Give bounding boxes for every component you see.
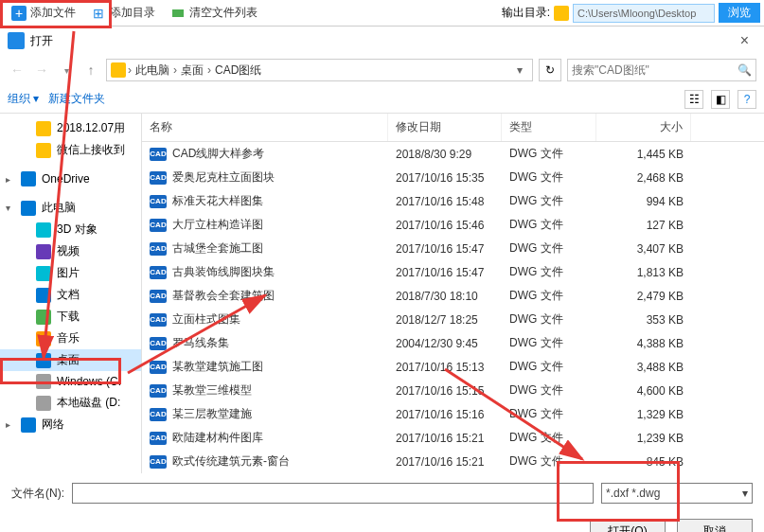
- column-type[interactable]: 类型: [502, 114, 596, 141]
- toolbar-row: 组织 ▾ 新建文件夹 ☷ ◧ ?: [0, 85, 764, 114]
- file-row[interactable]: CADCAD线脚大样参考2018/8/30 9:29DWG 文件1,445 KB: [142, 142, 764, 166]
- chevron-icon: ▾: [6, 203, 15, 213]
- add-file-label: 添加文件: [30, 5, 76, 21]
- add-dir-button[interactable]: ⊞ 添加目录: [83, 3, 163, 23]
- file-row[interactable]: CAD古城堡全套施工图2017/10/16 15:47DWG 文件3,407 K…: [142, 237, 764, 260]
- refresh-button[interactable]: ↻: [539, 59, 561, 81]
- browse-button[interactable]: 浏览: [719, 3, 760, 23]
- cad-file-icon: CAD: [150, 337, 167, 350]
- app-icon: [8, 32, 25, 49]
- file-row[interactable]: CAD标准天花大样图集2017/10/16 15:48DWG 文件994 KB: [142, 189, 764, 213]
- clear-list-label: 清空文件列表: [189, 5, 258, 21]
- file-date: 2017/10/16 15:21: [388, 453, 502, 470]
- sidebar-item-label: 2018.12.07用: [57, 120, 125, 136]
- file-row[interactable]: CAD某三层教堂建施2017/10/16 15:16DWG 文件1,329 KB: [142, 402, 764, 426]
- add-file-button[interactable]: + 添加文件: [4, 3, 83, 23]
- back-button[interactable]: ←: [8, 61, 27, 80]
- sidebar-item[interactable]: 文档: [0, 284, 141, 306]
- file-type: DWG 文件: [502, 239, 596, 258]
- breadcrumb-desktop[interactable]: 桌面: [179, 62, 205, 79]
- file-row[interactable]: CAD爱奥尼克柱立面图块2017/10/16 15:35DWG 文件2,468 …: [142, 166, 764, 189]
- file-name: 古城堡全套施工图: [172, 240, 263, 257]
- sidebar-item[interactable]: 视频: [0, 240, 141, 262]
- cancel-button[interactable]: 取消: [677, 519, 753, 532]
- file-row[interactable]: CAD立面柱式图集2018/12/7 18:25DWG 文件353 KB: [142, 308, 764, 331]
- recent-dropdown[interactable]: ▾: [57, 61, 76, 80]
- sidebar-item[interactable]: ▾此电脑: [0, 197, 141, 219]
- file-row[interactable]: CAD罗马线条集2004/12/30 9:45DWG 文件4,388 KB: [142, 331, 764, 355]
- sidebar-item-label: 桌面: [57, 352, 80, 368]
- file-row[interactable]: CAD某教堂建筑施工图2017/10/16 15:13DWG 文件3,488 K…: [142, 355, 764, 379]
- file-name: 标准天花大样图集: [172, 193, 263, 209]
- file-row[interactable]: CAD欧式传统建筑元素-窗台2017/10/16 15:21DWG 文件845 …: [142, 450, 764, 473]
- sidebar-item-label: 网络: [42, 417, 64, 433]
- cad-file-icon: CAD: [150, 195, 167, 208]
- file-row[interactable]: CAD某教堂三维模型2017/10/16 15:15DWG 文件4,600 KB: [142, 379, 764, 402]
- file-size: 1,445 KB: [596, 146, 691, 163]
- forward-button[interactable]: →: [32, 61, 51, 80]
- column-name[interactable]: 名称: [142, 114, 388, 141]
- close-button[interactable]: ×: [733, 32, 756, 49]
- file-row[interactable]: CAD欧陆建材构件图库2017/10/16 15:21DWG 文件1,239 K…: [142, 426, 764, 450]
- sidebar-item[interactable]: 本地磁盘 (D:: [0, 392, 141, 414]
- sidebar-item[interactable]: 桌面: [0, 349, 141, 371]
- search-box[interactable]: 🔍: [567, 59, 756, 81]
- cad-file-icon: CAD: [150, 313, 167, 327]
- sidebar-item-label: 图片: [57, 265, 80, 281]
- organize-menu[interactable]: 组织 ▾: [8, 91, 39, 107]
- sidebar-item[interactable]: 3D 对象: [0, 219, 141, 240]
- sidebar-item[interactable]: 2018.12.07用: [0, 117, 141, 139]
- file-name: 欧式传统建筑元素-窗台: [172, 453, 290, 470]
- file-row[interactable]: CAD大厅立柱构造详图2017/10/16 15:46DWG 文件127 KB: [142, 213, 764, 237]
- column-date[interactable]: 修改日期: [388, 114, 502, 141]
- view-mode-button[interactable]: ☷: [684, 90, 703, 109]
- preview-pane-button[interactable]: ◧: [711, 90, 730, 109]
- file-type-filter[interactable]: *.dxf *.dwg ▾: [601, 483, 753, 504]
- cad-file-icon: CAD: [150, 290, 167, 303]
- help-button[interactable]: ?: [737, 90, 756, 109]
- output-path-input[interactable]: [573, 4, 715, 23]
- file-name: 某教堂建筑施工图: [172, 359, 263, 375]
- output-path-group: 输出目录: 浏览: [502, 3, 760, 23]
- file-list-header: 名称 修改日期 类型 大小: [142, 114, 764, 142]
- sidebar-item[interactable]: 图片: [0, 262, 141, 284]
- sidebar-item[interactable]: Windows (C:: [0, 371, 141, 392]
- cad-file-icon: CAD: [150, 266, 167, 279]
- sidebar-item[interactable]: 微信上接收到: [0, 139, 141, 161]
- add-dir-label: 添加目录: [110, 5, 155, 21]
- sidebar-item[interactable]: 下载: [0, 306, 141, 328]
- file-date: 2018/7/30 18:10: [388, 288, 502, 305]
- file-date: 2017/10/16 15:21: [388, 430, 502, 447]
- filename-input[interactable]: [72, 483, 594, 504]
- sidebar-item-label: 微信上接收到: [57, 142, 125, 158]
- breadcrumb[interactable]: › 此电脑 › 桌面 › CAD图纸 ▾: [106, 59, 533, 81]
- file-row[interactable]: CAD古典装饰线脚图块集2017/10/16 15:47DWG 文件1,813 …: [142, 260, 764, 284]
- file-type: DWG 文件: [502, 333, 596, 353]
- file-date: 2018/8/30 9:29: [388, 146, 502, 163]
- filename-row: 文件名(N): *.dxf *.dwg ▾: [0, 473, 764, 513]
- file-size: 127 KB: [596, 217, 691, 234]
- file-type: DWG 文件: [502, 357, 596, 377]
- cube-icon: [36, 222, 51, 238]
- sidebar-item[interactable]: ▸网络: [0, 414, 141, 435]
- clear-list-button[interactable]: 清空文件列表: [163, 3, 265, 23]
- pc-icon: [111, 62, 126, 78]
- open-button[interactable]: 打开(O): [590, 519, 666, 532]
- cad-file-icon: CAD: [150, 455, 167, 469]
- breadcrumb-folder[interactable]: CAD图纸: [213, 62, 263, 79]
- cad-file-icon: CAD: [150, 432, 167, 445]
- filename-label: 文件名(N):: [11, 486, 64, 502]
- file-size: 1,813 KB: [596, 264, 691, 281]
- cad-file-icon: CAD: [150, 361, 167, 374]
- file-size: 2,479 KB: [596, 288, 691, 305]
- sidebar-item[interactable]: 音乐: [0, 328, 141, 349]
- file-row[interactable]: CAD基督教会全套建筑图2018/7/30 18:10DWG 文件2,479 K…: [142, 284, 764, 308]
- breadcrumb-dropdown[interactable]: ▾: [511, 63, 528, 77]
- up-button[interactable]: ↑: [81, 61, 100, 80]
- breadcrumb-pc[interactable]: 此电脑: [133, 62, 171, 79]
- new-folder-button[interactable]: 新建文件夹: [48, 91, 105, 107]
- search-input[interactable]: [572, 63, 737, 77]
- sidebar-item[interactable]: ▸OneDrive: [0, 168, 141, 189]
- file-type: DWG 文件: [502, 262, 596, 282]
- column-size[interactable]: 大小: [596, 114, 691, 141]
